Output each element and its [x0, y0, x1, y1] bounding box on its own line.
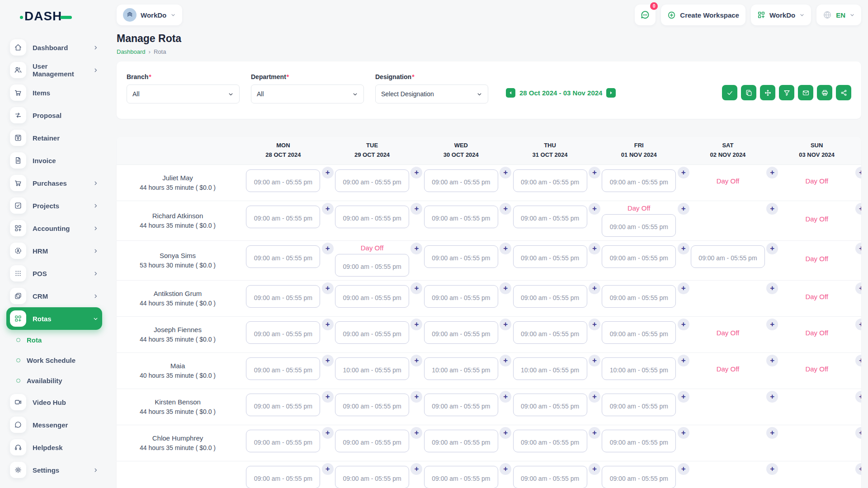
shift-time-box[interactable]: 09:00 am - 05:55 pm [335, 206, 409, 228]
add-shift-button[interactable] [766, 463, 778, 475]
shift-time-box[interactable]: 10:00 am - 05:55 pm [424, 357, 498, 380]
add-shift-button[interactable] [678, 167, 689, 178]
add-shift-button[interactable] [855, 282, 861, 294]
add-shift-button[interactable] [766, 203, 778, 215]
add-shift-button[interactable] [855, 427, 861, 439]
sidebar-item-accounting[interactable]: Accounting [6, 217, 102, 239]
email-button[interactable] [798, 85, 813, 100]
add-shift-button[interactable] [855, 319, 861, 330]
shift-time-box[interactable]: 09:00 am - 05:55 pm [513, 466, 587, 488]
workspace-selector[interactable]: WorkDo [117, 5, 182, 25]
add-shift-button[interactable] [766, 319, 778, 330]
sidebar-item-rotas[interactable]: Rotas [6, 307, 102, 330]
shift-time-box[interactable]: 09:00 am - 05:55 pm [424, 206, 498, 228]
shift-time-box[interactable]: 09:00 am - 05:55 pm [513, 430, 587, 452]
add-shift-button[interactable] [322, 167, 334, 178]
sidebar-item-settings[interactable]: Settings [6, 459, 102, 481]
sidebar-item-user-management[interactable]: User Management [6, 59, 102, 81]
sidebar-item-dashboard[interactable]: Dashboard [6, 36, 102, 59]
move-button[interactable] [760, 85, 775, 100]
add-shift-button[interactable] [678, 463, 689, 475]
add-shift-button[interactable] [500, 427, 511, 439]
shift-time-box[interactable]: 09:00 am - 05:55 pm [246, 357, 320, 380]
shift-time-box[interactable]: 09:00 am - 05:55 pm [246, 394, 320, 416]
sidebar-item-hrm[interactable]: HRM [6, 239, 102, 262]
previous-week-button[interactable] [506, 88, 515, 98]
add-shift-button[interactable] [410, 391, 422, 403]
add-shift-button[interactable] [678, 427, 689, 439]
add-shift-button[interactable] [855, 243, 861, 254]
add-shift-button[interactable] [500, 391, 511, 403]
shift-time-box[interactable]: 09:00 am - 05:55 pm [691, 245, 765, 268]
shift-time-box[interactable]: 09:00 am - 05:55 pm [513, 206, 587, 228]
add-shift-button[interactable] [678, 355, 689, 366]
shift-time-box[interactable]: 09:00 am - 05:55 pm [424, 430, 498, 452]
shift-time-box[interactable]: 09:00 am - 05:55 pm [602, 285, 676, 308]
add-shift-button[interactable] [589, 427, 600, 439]
sidebar-item-messenger[interactable]: Messenger [6, 413, 102, 436]
language-selector[interactable]: EN [816, 5, 861, 25]
add-shift-button[interactable] [322, 203, 334, 215]
add-shift-button[interactable] [322, 319, 334, 330]
shift-time-box[interactable]: 09:00 am - 05:55 pm [602, 321, 676, 344]
add-shift-button[interactable] [678, 243, 689, 254]
designation-select[interactable]: Select Designation [375, 84, 488, 103]
add-shift-button[interactable] [500, 319, 511, 330]
breadcrumb-dashboard-link[interactable]: Dashboard [117, 48, 146, 55]
copy-button[interactable] [741, 85, 756, 100]
shift-time-box[interactable]: 09:00 am - 05:55 pm [602, 430, 676, 452]
shift-time-box[interactable]: 09:00 am - 05:55 pm [424, 245, 498, 268]
branch-select[interactable]: All [127, 84, 240, 103]
shift-time-box[interactable]: 09:00 am - 05:55 pm [424, 321, 498, 344]
shift-time-box[interactable]: 09:00 am - 05:55 pm [424, 285, 498, 308]
add-shift-button[interactable] [500, 282, 511, 294]
shift-time-box[interactable]: 10:00 am - 05:55 pm [602, 357, 676, 380]
sidebar-subitem-work-schedule[interactable]: Work Schedule [6, 350, 102, 371]
add-shift-button[interactable] [410, 243, 422, 254]
next-week-button[interactable] [606, 88, 616, 98]
add-shift-button[interactable] [855, 463, 861, 475]
sidebar-item-crm[interactable]: CRM [6, 285, 102, 307]
shift-time-box[interactable]: 09:00 am - 05:55 pm [602, 245, 676, 268]
messages-button[interactable]: 0 [635, 5, 656, 25]
add-shift-button[interactable] [410, 203, 422, 215]
shift-time-box[interactable]: 10:00 am - 05:55 pm [513, 357, 587, 380]
workspace-menu-button[interactable]: WorkDo [751, 5, 811, 25]
add-shift-button[interactable] [766, 427, 778, 439]
shift-time-box[interactable]: 09:00 am - 05:55 pm [246, 321, 320, 344]
approve-button[interactable] [722, 85, 737, 100]
add-shift-button[interactable] [678, 391, 689, 403]
filter-button[interactable] [779, 85, 794, 100]
add-shift-button[interactable] [855, 355, 861, 366]
shift-time-box[interactable]: 09:00 am - 05:55 pm [513, 394, 587, 416]
shift-time-box[interactable]: 09:00 am - 05:55 pm [335, 169, 409, 192]
add-shift-button[interactable] [855, 167, 861, 178]
shift-time-box[interactable]: 09:00 am - 05:55 pm [246, 430, 320, 452]
sidebar-item-retainer[interactable]: Retainer [6, 127, 102, 149]
add-shift-button[interactable] [410, 282, 422, 294]
add-shift-button[interactable] [322, 282, 334, 294]
shift-time-box[interactable]: 09:00 am - 05:55 pm [246, 245, 320, 268]
shift-time-box[interactable]: 09:00 am - 05:55 pm [513, 321, 587, 344]
brand-logo[interactable]: DASH [24, 9, 102, 23]
add-shift-button[interactable] [766, 391, 778, 403]
shift-time-box[interactable]: 09:00 am - 05:55 pm [335, 321, 409, 344]
add-shift-button[interactable] [410, 355, 422, 366]
add-shift-button[interactable] [589, 463, 600, 475]
shift-time-box[interactable]: 09:00 am - 05:55 pm [246, 285, 320, 308]
shift-time-box[interactable]: 09:00 am - 05:55 pm [513, 285, 587, 308]
sidebar-item-proposal[interactable]: Proposal [6, 104, 102, 127]
add-shift-button[interactable] [500, 203, 511, 215]
add-shift-button[interactable] [678, 319, 689, 330]
add-shift-button[interactable] [410, 167, 422, 178]
sidebar-item-pos[interactable]: POS [6, 262, 102, 285]
shift-time-box[interactable]: 09:00 am - 05:55 pm [602, 394, 676, 416]
add-shift-button[interactable] [322, 391, 334, 403]
shift-time-box[interactable]: 09:00 am - 05:55 pm [424, 169, 498, 192]
shift-time-box[interactable]: 09:00 am - 05:55 pm [513, 169, 587, 192]
sidebar-subitem-rota[interactable]: Rota [6, 330, 102, 350]
add-shift-button[interactable] [500, 463, 511, 475]
shift-time-box[interactable]: 09:00 am - 05:55 pm [602, 466, 676, 488]
add-shift-button[interactable] [766, 355, 778, 366]
shift-time-box[interactable]: 09:00 am - 05:55 pm [513, 245, 587, 268]
